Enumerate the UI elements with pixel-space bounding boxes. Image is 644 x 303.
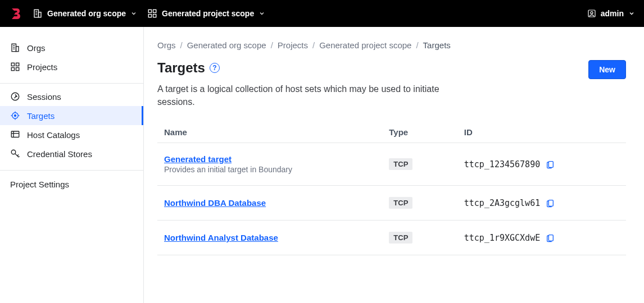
sidebar: Orgs Projects Sessions: [0, 27, 144, 303]
breadcrumb-separator: /: [416, 40, 418, 50]
svg-rect-17: [16, 63, 19, 66]
sidebar-item-label: Sessions: [27, 92, 61, 102]
main-content: Orgs / Generated org scope / Projects / …: [144, 27, 644, 303]
org-icon: [10, 43, 20, 53]
chevron-down-icon: [258, 10, 265, 17]
page-title: Targets ?: [157, 60, 220, 76]
user-label: admin: [601, 9, 624, 18]
clipboard-icon: [546, 160, 555, 169]
clipboard-icon: [546, 199, 555, 208]
svg-line-32: [17, 155, 19, 156]
target-name-link[interactable]: Northwind DBA Database: [164, 198, 375, 208]
svg-rect-0: [34, 10, 39, 17]
user-icon: [587, 9, 596, 18]
credential-stores-icon: [10, 149, 20, 159]
sidebar-item-label: Projects: [27, 62, 57, 72]
sidebar-item-projects[interactable]: Projects: [0, 57, 143, 76]
breadcrumb-item[interactable]: Generated org scope: [187, 40, 266, 50]
target-description: Provides an initial target in Boundary: [164, 165, 375, 174]
svg-rect-35: [549, 200, 554, 206]
sidebar-item-sessions[interactable]: Sessions: [0, 87, 143, 106]
topbar: Generated org scope Generated project sc…: [0, 0, 644, 27]
chevron-down-icon: [130, 10, 137, 17]
breadcrumb-item-current: Targets: [423, 40, 451, 50]
column-header-name: Name: [157, 122, 382, 143]
sidebar-item-label: Project Settings: [10, 180, 69, 189]
type-badge: TCP: [389, 232, 412, 244]
svg-rect-5: [148, 10, 151, 12]
svg-line-33: [19, 157, 20, 158]
svg-rect-11: [12, 44, 16, 52]
page-description: A target is a logical collection of host…: [157, 82, 472, 108]
sidebar-item-orgs[interactable]: Orgs: [0, 38, 143, 57]
targets-table: Name Type ID Generated targetProvides an…: [157, 122, 626, 255]
sidebar-item-host-catalogs[interactable]: Host Catalogs: [0, 125, 143, 144]
sidebar-item-credential-stores[interactable]: Credential Stores: [0, 144, 143, 163]
project-scope-switcher[interactable]: Generated project scope: [147, 8, 265, 19]
sidebar-item-label: Credential Stores: [27, 149, 92, 159]
org-scope-label: Generated org scope: [47, 9, 126, 18]
target-id: ttcp_1234567890: [464, 159, 540, 169]
copy-id-button[interactable]: [546, 199, 555, 208]
svg-rect-9: [588, 10, 595, 17]
breadcrumb-separator: /: [180, 40, 183, 50]
sidebar-item-label: Orgs: [27, 43, 46, 53]
sidebar-item-project-settings[interactable]: Project Settings: [0, 174, 143, 195]
sidebar-item-label: Targets: [27, 111, 55, 121]
project-scope-label: Generated project scope: [162, 9, 254, 18]
svg-rect-34: [549, 162, 554, 168]
svg-rect-12: [16, 47, 19, 52]
svg-rect-1: [39, 12, 42, 17]
svg-rect-8: [153, 15, 156, 17]
new-button[interactable]: New: [588, 60, 626, 79]
svg-rect-19: [16, 68, 19, 71]
org-icon: [33, 8, 43, 19]
breadcrumb-item[interactable]: Projects: [278, 40, 308, 50]
copy-id-button[interactable]: [546, 233, 555, 242]
type-badge: TCP: [389, 158, 412, 170]
svg-rect-6: [153, 10, 156, 12]
svg-point-10: [591, 12, 593, 14]
app-logo: [9, 7, 22, 20]
clipboard-icon: [546, 233, 555, 242]
svg-rect-7: [148, 15, 151, 17]
type-badge: TCP: [389, 197, 412, 209]
table-row: Generated targetProvides an initial targ…: [157, 143, 626, 186]
targets-icon: [10, 111, 20, 121]
breadcrumb-item[interactable]: Generated project scope: [319, 40, 411, 50]
copy-id-button[interactable]: [546, 160, 555, 169]
svg-rect-36: [549, 235, 554, 241]
table-row: Northwind DBA DatabaseTCPttcp_2A3gcglw61: [157, 186, 626, 221]
chevron-down-icon: [628, 10, 635, 17]
column-header-id: ID: [457, 122, 626, 143]
target-name-link[interactable]: Northwind Analyst Database: [164, 233, 375, 242]
projects-icon: [10, 62, 20, 72]
breadcrumb-separator: /: [312, 40, 315, 50]
target-name-link[interactable]: Generated target: [164, 154, 375, 164]
svg-rect-27: [11, 131, 19, 137]
target-id: ttcp_1r9XGCXdwE: [464, 233, 540, 243]
projects-icon: [147, 8, 157, 19]
org-scope-switcher[interactable]: Generated org scope: [33, 8, 137, 19]
page-title-text: Targets: [157, 60, 205, 76]
table-row: Northwind Analyst DatabaseTCPttcp_1r9XGC…: [157, 221, 626, 255]
breadcrumb-item[interactable]: Orgs: [157, 40, 176, 50]
sidebar-item-targets[interactable]: Targets: [0, 106, 143, 125]
breadcrumb: Orgs / Generated org scope / Projects / …: [157, 40, 626, 50]
user-menu[interactable]: admin: [587, 9, 635, 18]
svg-rect-16: [11, 63, 14, 66]
svg-rect-18: [11, 68, 14, 71]
column-header-type: Type: [382, 122, 457, 143]
target-id: ttcp_2A3gcglw61: [464, 198, 540, 208]
breadcrumb-separator: /: [271, 40, 273, 50]
sidebar-item-label: Host Catalogs: [27, 130, 80, 140]
help-icon[interactable]: ?: [210, 63, 220, 73]
svg-point-22: [15, 115, 16, 117]
sessions-icon: [10, 91, 20, 102]
host-catalogs-icon: [10, 130, 20, 140]
